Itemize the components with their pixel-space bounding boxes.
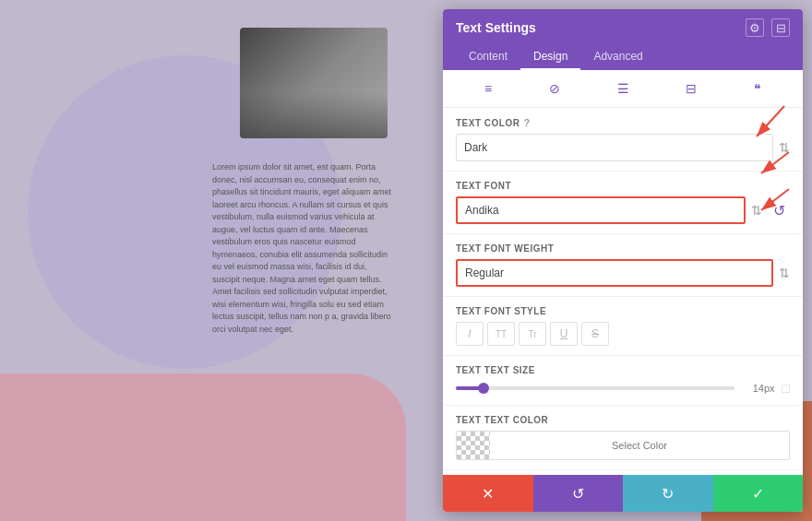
- font-style-strikethrough[interactable]: S: [581, 322, 609, 346]
- panel-icons: ⚙ ⊟: [746, 18, 790, 37]
- color-picker-row: Select Color: [456, 431, 790, 460]
- text-font-style-section: Text Font Style I TT Tr U S: [443, 297, 803, 356]
- bg-photo: [240, 28, 388, 138]
- panel-body: ≡ ⊘ ☰ ⊟ ❝ Text Color ? Dark Light ⇅ Tex: [443, 70, 803, 475]
- settings-icon[interactable]: ⚙: [746, 18, 764, 37]
- help-icon[interactable]: ?: [523, 117, 530, 128]
- cancel-button[interactable]: ✕: [443, 475, 533, 512]
- sub-tab-align[interactable]: ≡: [479, 79, 497, 98]
- text-font-section: Text Font Andika Arial Georgia ⇅ ↺: [443, 172, 803, 234]
- text-color-select[interactable]: Dark Light: [456, 134, 773, 161]
- panel-tabs: Content Design Advanced: [456, 44, 790, 70]
- maximize-icon[interactable]: ⊟: [771, 18, 790, 37]
- text-settings-panel: Text Settings ⚙ ⊟ Content Design Advance…: [443, 9, 803, 512]
- undo-button[interactable]: ↺: [533, 475, 624, 512]
- text-size-slider-row: 14px □: [456, 381, 790, 396]
- bg-pink: [0, 373, 406, 521]
- color-swatch[interactable]: [457, 432, 490, 459]
- text-font-weight-label: Text Font Weight: [456, 243, 790, 254]
- text-size-section: Text Text Size 14px □: [443, 356, 803, 406]
- text-font-style-label: Text Font Style: [456, 306, 790, 316]
- panel-title-row: Text Settings ⚙ ⊟: [456, 18, 790, 37]
- font-style-capitalize[interactable]: Tr: [519, 322, 546, 346]
- text-color-arrows[interactable]: ⇅: [779, 140, 790, 155]
- sub-tabs-row: ≡ ⊘ ☰ ⊟ ❝: [443, 70, 803, 108]
- panel-header: Text Settings ⚙ ⊟ Content Design Advance…: [443, 9, 803, 70]
- save-button[interactable]: ✓: [713, 475, 804, 512]
- sub-tab-slash[interactable]: ⊘: [543, 79, 566, 98]
- sub-tab-list[interactable]: ☰: [612, 79, 635, 98]
- text-color-section: Text Color ? Dark Light ⇅: [443, 108, 803, 172]
- font-style-italic[interactable]: I: [456, 322, 484, 346]
- text-font-select[interactable]: Andika Arial Georgia: [456, 196, 746, 224]
- select-color-button[interactable]: Select Color: [490, 432, 789, 459]
- text-size-slider[interactable]: [456, 386, 734, 390]
- text-font-arrows[interactable]: ⇅: [751, 203, 762, 218]
- text-color2-section: Text Text Color Select Color: [443, 406, 803, 470]
- text-color-label: Text Color ?: [456, 117, 790, 128]
- text-font-weight-select[interactable]: Regular Bold Light: [456, 259, 773, 287]
- redo-button[interactable]: ↻: [623, 475, 713, 512]
- text-font-label: Text Font: [456, 181, 790, 191]
- text-size-thumb[interactable]: [478, 383, 489, 394]
- text-font-weight-arrows[interactable]: ⇅: [779, 266, 790, 280]
- text-color2-label: Text Text Color: [456, 415, 790, 425]
- font-undo-icon[interactable]: ↺: [768, 199, 790, 221]
- font-style-underline[interactable]: U: [550, 322, 578, 346]
- text-color-select-row: Dark Light ⇅: [456, 134, 790, 161]
- panel-title: Text Settings: [456, 20, 536, 35]
- text-size-value: 14px: [742, 383, 775, 394]
- tab-design[interactable]: Design: [520, 44, 580, 70]
- text-size-label: Text Text Size: [456, 365, 790, 375]
- panel-footer: ✕ ↺ ↻ ✓: [443, 475, 803, 512]
- tab-content[interactable]: Content: [456, 44, 520, 70]
- sub-tab-indent[interactable]: ⊟: [680, 79, 702, 98]
- tab-advanced[interactable]: Advanced: [580, 44, 655, 70]
- text-font-weight-section: Text Font Weight Regular Bold Light ⇅: [443, 234, 803, 297]
- text-size-reset[interactable]: □: [782, 381, 790, 396]
- lorem-text: Lorem ipsum dolor sit amet, est quam. Po…: [212, 161, 397, 336]
- font-style-buttons: I TT Tr U S: [456, 322, 790, 346]
- text-font-weight-select-row: Regular Bold Light ⇅: [456, 259, 790, 287]
- sub-tab-quote[interactable]: ❝: [748, 79, 767, 98]
- text-font-select-row: Andika Arial Georgia ⇅ ↺: [456, 196, 790, 224]
- font-style-uppercase[interactable]: TT: [487, 322, 515, 346]
